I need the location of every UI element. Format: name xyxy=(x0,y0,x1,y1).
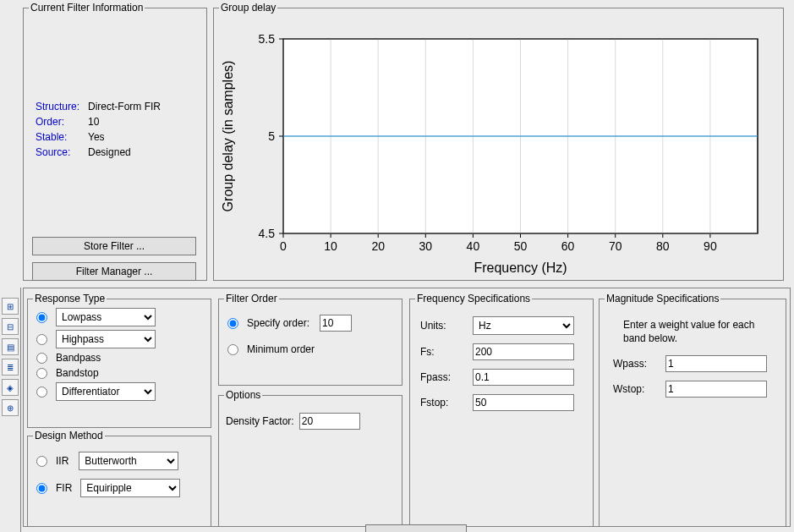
bandpass-label: Bandpass xyxy=(56,352,101,364)
bandstop-label: Bandstop xyxy=(56,367,99,379)
group-delay-group: Group delay 01020304050607080904.555.5Fr… xyxy=(213,2,784,281)
source-label: Source: xyxy=(32,145,83,159)
units-label: Units: xyxy=(420,320,469,332)
density-factor-label: Density Factor: xyxy=(226,415,294,427)
filter-order-group: Filter Order Specify order: Minimum orde… xyxy=(218,293,402,386)
tool-icon-3[interactable]: ▤ xyxy=(2,338,19,355)
design-method-legend: Design Method xyxy=(33,430,105,442)
order-label: Order: xyxy=(32,115,83,129)
tool-icon-2[interactable]: ⊟ xyxy=(2,318,19,335)
specify-order-radio[interactable] xyxy=(227,318,238,329)
response-type-group: Response Type Lowpass Highpass Bandpass … xyxy=(27,293,211,428)
svg-text:70: 70 xyxy=(609,239,622,253)
specify-order-input[interactable] xyxy=(320,315,352,332)
units-select[interactable]: Hz xyxy=(473,316,574,335)
frequency-spec-legend: Frequency Specifications xyxy=(415,293,532,304)
wpass-input[interactable] xyxy=(665,355,767,372)
structure-label: Structure: xyxy=(32,100,83,113)
svg-text:20: 20 xyxy=(371,239,385,253)
iir-select[interactable]: Butterworth xyxy=(79,452,178,470)
bandpass-radio[interactable] xyxy=(36,353,47,364)
wstop-input[interactable] xyxy=(665,381,767,398)
differentiator-select[interactable]: Differentiator xyxy=(56,382,156,401)
stable-label: Stable: xyxy=(32,130,83,144)
store-filter-button[interactable]: Store Filter ... xyxy=(32,237,196,255)
specify-order-label: Specify order: xyxy=(247,317,309,329)
tool-icon-4[interactable]: ≣ xyxy=(2,359,19,376)
group-delay-svg: 01020304050607080904.555.5Frequency (Hz)… xyxy=(214,14,783,284)
svg-text:60: 60 xyxy=(561,239,575,253)
lowpass-select[interactable]: Lowpass xyxy=(56,308,156,326)
design-filter-button[interactable] xyxy=(365,524,467,532)
tool-icon-6[interactable]: ⊕ xyxy=(2,399,19,416)
tool-icon-1[interactable]: ⊞ xyxy=(2,298,19,315)
group-delay-legend: Group delay xyxy=(219,2,277,14)
svg-text:30: 30 xyxy=(419,239,433,253)
bandstop-radio[interactable] xyxy=(36,368,47,379)
structure-value: Direct-Form FIR xyxy=(85,100,164,113)
highpass-radio[interactable] xyxy=(36,334,47,345)
fpass-label: Fpass: xyxy=(420,371,469,383)
fpass-input[interactable] xyxy=(473,369,574,386)
magnitude-spec-legend: Magnitude Specifications xyxy=(605,293,720,304)
fs-input[interactable] xyxy=(473,343,574,360)
group-delay-chart: 01020304050607080904.555.5Frequency (Hz)… xyxy=(214,14,783,280)
order-value: 10 xyxy=(85,115,164,129)
differentiator-radio[interactable] xyxy=(36,387,47,398)
filter-order-legend: Filter Order xyxy=(224,293,279,304)
current-filter-info-group: Current Filter Information Structure: Di… xyxy=(23,2,207,281)
svg-text:4.5: 4.5 xyxy=(259,227,276,240)
options-legend: Options xyxy=(224,389,262,401)
fir-select[interactable]: Equiripple xyxy=(80,479,180,497)
fir-label: FIR xyxy=(56,482,72,494)
highpass-select[interactable]: Highpass xyxy=(56,330,156,348)
svg-text:10: 10 xyxy=(324,239,337,253)
svg-text:40: 40 xyxy=(467,239,480,253)
svg-text:5.5: 5.5 xyxy=(259,32,276,46)
response-type-legend: Response Type xyxy=(33,293,107,304)
svg-text:80: 80 xyxy=(656,239,670,253)
source-value: Designed xyxy=(85,145,164,159)
svg-text:90: 90 xyxy=(704,239,717,253)
tool-icon-5[interactable]: ◈ xyxy=(2,379,19,396)
svg-text:5: 5 xyxy=(268,129,275,143)
svg-text:Frequency (Hz): Frequency (Hz) xyxy=(474,261,567,275)
svg-text:0: 0 xyxy=(280,239,287,253)
minimum-order-label: Minimum order xyxy=(247,343,315,355)
magnitude-spec-group: Magnitude Specifications Enter a weight … xyxy=(599,293,786,527)
wpass-label: Wpass: xyxy=(613,358,662,370)
frequency-spec-group: Frequency Specifications Units: Hz Fs: F… xyxy=(409,293,594,527)
left-toolbar: ⊞ ⊟ ▤ ≣ ◈ ⊕ xyxy=(0,288,21,532)
design-method-group: Design Method IIR Butterworth FIR Equiri… xyxy=(27,430,211,527)
iir-label: IIR xyxy=(56,455,68,467)
filter-manager-button[interactable]: Filter Manager ... xyxy=(32,262,196,281)
magnitude-hint: Enter a weight value for each band below… xyxy=(623,318,772,345)
fstop-label: Fstop: xyxy=(420,397,469,409)
svg-text:50: 50 xyxy=(514,239,528,253)
fs-label: Fs: xyxy=(420,346,469,358)
stable-value: Yes xyxy=(85,130,164,144)
density-factor-input[interactable] xyxy=(299,413,360,430)
wstop-label: Wstop: xyxy=(613,383,662,395)
lowpass-radio[interactable] xyxy=(36,312,47,323)
fir-radio[interactable] xyxy=(36,483,47,494)
options-group: Options Density Factor: xyxy=(218,389,402,527)
current-filter-info-legend: Current Filter Information xyxy=(29,2,145,14)
filter-info-table: Structure: Direct-Form FIR Order: 10 Sta… xyxy=(30,98,166,161)
fstop-input[interactable] xyxy=(473,394,574,411)
iir-radio[interactable] xyxy=(36,456,47,467)
minimum-order-radio[interactable] xyxy=(227,344,238,355)
svg-text:Group delay (in samples): Group delay (in samples) xyxy=(221,61,235,212)
